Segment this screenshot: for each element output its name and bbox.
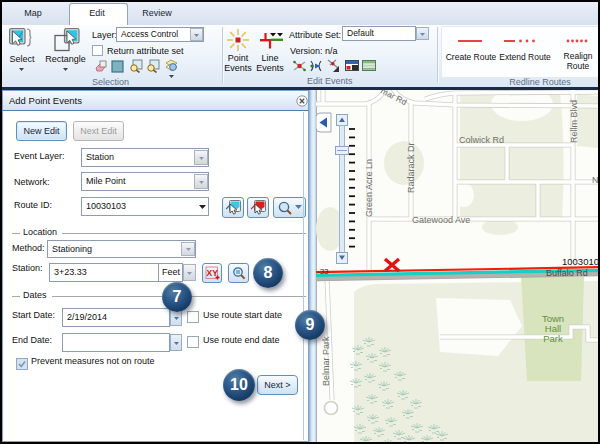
svg-text:10030103: 10030103 xyxy=(562,256,598,267)
svg-text:Park: Park xyxy=(543,333,563,344)
svg-text:Radarack Dr: Radarack Dr xyxy=(406,142,416,193)
svg-text:Gatewood Ave: Gatewood Ave xyxy=(412,215,470,225)
svg-text:N: N xyxy=(592,175,598,185)
svg-text:XY: XY xyxy=(207,268,219,278)
svg-text:Rellm Blvd: Rellm Blvd xyxy=(569,100,579,143)
svg-text:-33: -33 xyxy=(317,267,329,276)
svg-text:Colwick Rd: Colwick Rd xyxy=(459,135,504,145)
svg-text:Green Acre Ln: Green Acre Ln xyxy=(364,159,374,217)
svg-text:Belmar Park: Belmar Park xyxy=(321,336,331,386)
svg-text:Buffalo Rd: Buffalo Rd xyxy=(546,268,588,278)
